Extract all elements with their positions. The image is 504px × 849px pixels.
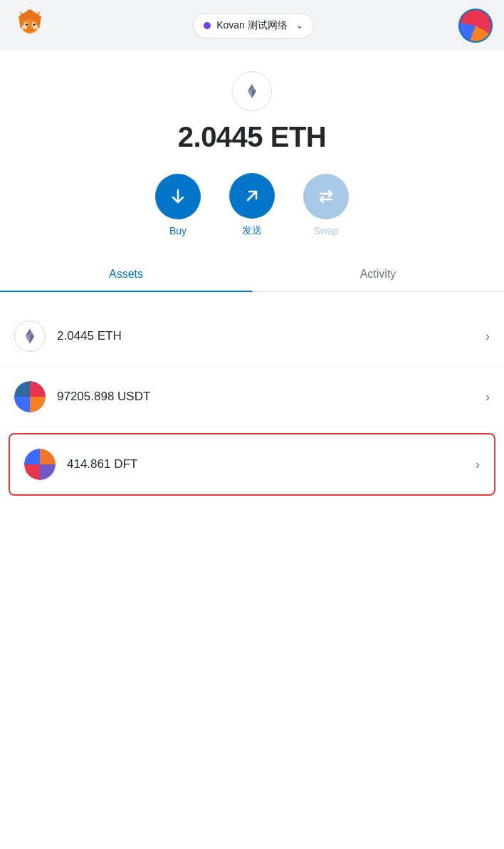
assets-list: 2.0445 ETH › 97205.898 USDT › (0, 306, 504, 496)
main-content: 2.0445 ETH Buy (0, 51, 504, 849)
swap-action[interactable]: Swap (303, 174, 349, 236)
chevron-right-icon: › (485, 329, 490, 344)
svg-point-12 (33, 26, 38, 29)
usdt-balance: 97205.898 USDT (57, 390, 485, 404)
chevron-right-icon-dft: › (476, 457, 480, 472)
asset-item-eth[interactable]: 2.0445 ETH › (0, 306, 504, 367)
network-selector[interactable]: Kovan 测试网络 ⌄ (193, 13, 314, 38)
eth-logo-icon (232, 71, 272, 111)
svg-point-11 (22, 26, 27, 29)
dft-balance: 414.861 DFT (67, 457, 476, 472)
buy-action[interactable]: Buy (155, 174, 201, 236)
swap-label: Swap (313, 225, 338, 236)
send-action[interactable]: 发送 (229, 173, 275, 237)
svg-point-8 (26, 24, 28, 26)
buy-label: Buy (169, 225, 187, 236)
usdt-asset-icon (14, 381, 46, 412)
send-button[interactable] (229, 173, 275, 219)
network-name: Kovan 测试网络 (216, 19, 288, 32)
asset-item-usdt[interactable]: 97205.898 USDT › (0, 367, 504, 427)
avatar[interactable] (458, 9, 493, 43)
tab-assets[interactable]: Assets (0, 258, 252, 292)
chevron-down-icon: ⌄ (296, 21, 303, 31)
swap-button[interactable] (303, 174, 349, 219)
eth-balance: 2.0445 ETH (57, 329, 485, 343)
network-dot (204, 22, 211, 29)
balance-display: 2.0445 ETH (178, 121, 326, 153)
action-buttons: Buy 发送 (155, 173, 349, 237)
tab-activity[interactable]: Activity (252, 258, 504, 292)
metamask-logo (11, 6, 48, 46)
buy-button[interactable] (155, 174, 201, 219)
eth-asset-icon (14, 321, 46, 352)
asset-item-dft[interactable]: 414.861 DFT › (9, 433, 495, 496)
balance-section: 2.0445 ETH Buy (0, 51, 504, 306)
chevron-right-icon-usdt: › (485, 390, 490, 405)
svg-line-19 (248, 192, 256, 200)
header: Kovan 测试网络 ⌄ (0, 0, 504, 51)
tabs: Assets Activity (0, 257, 504, 292)
dft-asset-icon (24, 449, 56, 480)
send-label: 发送 (242, 224, 262, 237)
